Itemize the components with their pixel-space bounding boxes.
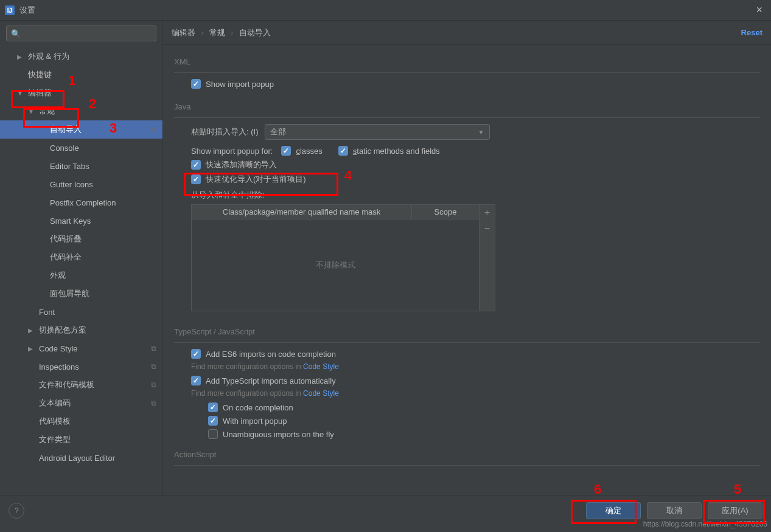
project-scope-icon: ⧉ [151,381,156,389]
sidebar-item-18[interactable]: 文件和代码模板⧉ [0,376,162,394]
sidebar-item-19[interactable]: 文本编码⧉ [0,394,162,412]
sidebar-item-8[interactable]: Postfix Completion [0,193,162,212]
divider [174,72,760,73]
sidebar-item-12[interactable]: 外观 [0,266,162,285]
sidebar-item-3[interactable]: 常规 [0,102,162,120]
chevron-right-icon: › [201,29,204,36]
sidebar-item-label: Gutter Icons [50,180,93,189]
sidebar-item-label: 文件类型 [39,434,71,445]
section-xml-title: XML [174,57,760,66]
checkbox-label: Add ES6 imports on code completion [206,350,336,359]
checkbox-es6-imports[interactable] [191,349,201,359]
checkbox-classes[interactable] [281,146,291,156]
checkbox-on-completion[interactable] [208,402,218,412]
sidebar-item-14[interactable]: Font [0,303,162,321]
sidebar-item-label: Console [50,143,79,153]
sidebar-item-21[interactable]: 文件类型 [0,430,162,449]
chevron-down-icon: ▼ [478,129,484,136]
sidebar-item-5[interactable]: Console [0,139,162,157]
expand-arrow-icon[interactable] [28,327,37,334]
checkbox-static[interactable] [338,146,348,156]
expand-arrow-icon[interactable] [17,54,26,60]
checkbox-ts-auto[interactable] [191,376,201,385]
sidebar-item-17[interactable]: Inspections⧉ [0,358,162,376]
window-titlebar: IJ 设置 × [0,0,771,21]
project-scope-icon: ⧉ [151,125,156,134]
sidebar-item-label: Smart Keys [50,216,91,226]
checkbox-label: With import popup [223,416,287,426]
sidebar-item-label: Editor Tabs [50,162,89,171]
section-ts-title: TypeScript / JavaScript [174,327,760,336]
sidebar-item-22[interactable]: Android Layout Editor [0,449,162,467]
app-icon: IJ [5,5,15,15]
divider [174,342,760,343]
sidebar-item-label: 常规 [39,106,55,117]
checkbox-label: On code completion [223,403,293,412]
reset-link[interactable]: Reset [741,28,762,37]
checkbox-add-clear-import[interactable] [191,160,201,170]
checkbox-label: 快速添加清晰的导入 [206,159,277,170]
ok-button[interactable]: 确定 [586,502,641,519]
sidebar-item-7[interactable]: Gutter Icons [0,175,162,193]
checkbox-label: Add TypeScript imports automatically [206,376,336,385]
breadcrumb-item[interactable]: 常规 [209,28,225,37]
sidebar-item-16[interactable]: Code Style⧉ [0,339,162,358]
settings-search-input[interactable] [6,26,156,41]
expand-arrow-icon[interactable] [28,108,37,115]
sidebar-item-label: 外观 [50,270,66,281]
sidebar-item-2[interactable]: 编辑器 [0,84,162,102]
sidebar-item-13[interactable]: 面包屑导航 [0,285,162,303]
breadcrumb: 编辑器 › 常规 › 自动导入 [172,27,271,38]
divider [174,465,760,466]
breadcrumb-item[interactable]: 编辑器 [172,28,195,37]
hint-text: Find more configuration options in Code … [191,389,760,398]
section-as-title: ActionScript [174,450,760,459]
checkbox-label: 快速优化导入(对于当前项目) [206,174,306,185]
close-icon[interactable]: × [752,4,766,16]
settings-tree[interactable]: 外观 & 行为快捷键编辑器常规自动导入⧉ConsoleEditor TabsGu… [0,46,162,495]
project-scope-icon: ⧉ [151,344,156,353]
sidebar-item-9[interactable]: Smart Keys [0,212,162,230]
sidebar-item-4[interactable]: 自动导入⧉ [0,120,162,139]
apply-button[interactable]: 应用(A) [708,502,762,519]
breadcrumb-item: 自动导入 [239,28,271,37]
paste-import-label: 粘贴时插入导入: (I) [191,126,259,137]
divider [174,117,760,118]
sidebar-item-20[interactable]: 代码模板 [0,412,162,430]
checkbox-label: classes [296,147,322,156]
project-scope-icon: ⧉ [151,362,156,371]
code-style-link[interactable]: Code Style [303,362,339,371]
checkbox-label: Show import popup [206,80,274,89]
sidebar-item-label: Android Layout Editor [39,454,115,463]
sidebar-item-label: 文件和代码模板 [39,379,94,390]
checkbox-with-popup[interactable] [208,416,218,426]
sidebar-item-15[interactable]: 切换配色方案 [0,321,162,339]
sidebar-item-1[interactable]: 快捷键 [0,66,162,84]
exclude-title: 从导入和补全中排除: [191,190,265,199]
remove-button[interactable]: − [480,221,495,237]
sidebar-item-10[interactable]: 代码折叠 [0,230,162,248]
sidebar-item-label: 外观 & 行为 [28,51,69,62]
select-value: 全部 [270,126,286,137]
settings-sidebar: 🔍 外观 & 行为快捷键编辑器常规自动导入⧉ConsoleEditor Tabs… [0,21,163,495]
sidebar-item-label: 代码补全 [50,252,82,263]
help-button[interactable]: ? [9,503,24,519]
sidebar-item-6[interactable]: Editor Tabs [0,157,162,175]
expand-arrow-icon[interactable] [17,90,26,97]
checkbox-label: static methods and fields [353,147,440,156]
add-button[interactable]: + [480,205,495,221]
sidebar-item-label: 快捷键 [28,69,52,80]
checkbox-xml-show-import[interactable] [191,79,201,89]
sidebar-item-label: Postfix Completion [50,198,116,207]
table-header-name: Class/package/member qualified name mask [192,205,412,219]
code-style-link[interactable]: Code Style [303,389,339,398]
sidebar-item-0[interactable]: 外观 & 行为 [0,47,162,66]
sidebar-item-11[interactable]: 代码补全 [0,248,162,266]
sidebar-item-label: Font [39,308,55,317]
checkbox-optimize-import[interactable] [191,174,201,184]
checkbox-unambiguous[interactable] [208,429,218,439]
exclude-table-body[interactable]: 不排除模式 [192,219,479,311]
expand-arrow-icon[interactable] [28,345,37,352]
paste-import-select[interactable]: 全部 ▼ [265,124,490,140]
cancel-button[interactable]: 取消 [647,502,702,519]
